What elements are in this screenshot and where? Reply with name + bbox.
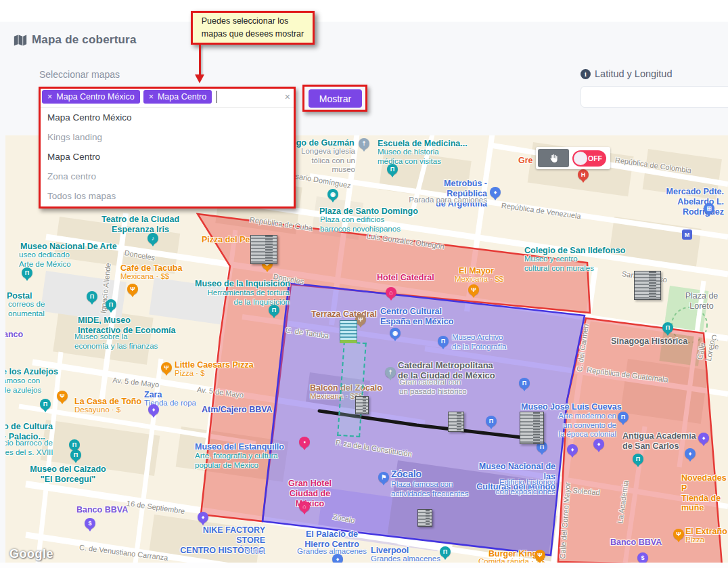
equipment-rack-marker[interactable] <box>448 412 464 432</box>
tooltip-arrowhead-icon <box>195 74 204 83</box>
poi-marker[interactable]: Π <box>387 164 398 175</box>
equipment-rack-marker[interactable] <box>520 412 544 444</box>
poi-marker[interactable]: † <box>359 138 369 149</box>
metro-station-icon[interactable]: M <box>682 230 692 240</box>
poi-marker[interactable]: ♦ <box>593 439 604 450</box>
poi-marker-tail <box>539 451 545 455</box>
poi-marker[interactable]: Ψ <box>673 529 684 540</box>
map-label: Museo José Luis Cuevas <box>521 402 622 412</box>
poi-marker-glyph: ♦ <box>597 441 601 447</box>
map-label: Longeva iglesia tólica con un museo <box>291 147 355 175</box>
poi-marker[interactable]: Π <box>618 412 629 422</box>
poi-marker[interactable]: Π <box>440 546 451 557</box>
map-label: Antigua Academia de San Carlos <box>622 431 696 452</box>
poi-marker[interactable]: Π <box>486 416 497 427</box>
dropdown-options: Mapa Centro MéxicoKings landingMapa Cent… <box>39 108 296 206</box>
poi-marker-glyph: Ψ <box>164 365 168 371</box>
bottom-strip <box>0 563 728 568</box>
poi-marker-glyph: Π <box>489 418 494 424</box>
remove-tag-icon[interactable]: × <box>149 92 154 102</box>
poi-marker[interactable]: Ψ <box>57 391 68 401</box>
poi-marker-glyph: H <box>581 172 586 178</box>
equipment-rack-marker[interactable] <box>417 509 432 527</box>
poi-marker-glyph: ♦ <box>702 435 706 441</box>
poi-marker[interactable]: ♦ <box>148 404 159 415</box>
dropdown-option[interactable]: Mapa Centro <box>39 147 296 167</box>
poi-marker-glyph: Π <box>272 307 277 313</box>
map-label: Plaza famosa con actividades frecuentes <box>391 480 468 498</box>
poi-marker[interactable]: Π <box>438 336 449 347</box>
poi-marker[interactable]: ◉ <box>327 189 338 200</box>
selected-tag[interactable]: ×Mapa Centro México <box>42 90 140 104</box>
map-label: Atm/Cajero BBVA <box>202 405 273 415</box>
poi-marker[interactable]: H <box>578 169 589 180</box>
latlng-input[interactable] <box>581 86 728 108</box>
poi-marker[interactable]: Π <box>269 305 279 315</box>
poi-marker[interactable]: Π <box>106 299 116 310</box>
remove-tag-icon[interactable]: × <box>47 92 52 102</box>
poi-marker-tail <box>388 297 394 301</box>
show-button[interactable]: Mostrar <box>309 89 362 108</box>
poi-marker[interactable]: Ψ <box>161 362 172 373</box>
poi-marker-glyph: † <box>362 141 365 147</box>
poi-marker-glyph: Ψ <box>471 287 476 293</box>
poi-marker[interactable]: ♦ <box>567 444 578 455</box>
dropdown-option[interactable]: Mapa Centro México <box>39 108 296 127</box>
poi-marker[interactable]: ▪ <box>299 437 310 447</box>
poi-marker[interactable]: Π <box>69 439 80 450</box>
map-label: Sinagoga Histórica <box>611 336 687 347</box>
poi-marker[interactable]: Π <box>662 322 673 333</box>
poi-marker[interactable]: † <box>385 367 396 378</box>
poi-marker-tail <box>164 372 169 376</box>
poi-marker[interactable]: Π <box>519 378 530 389</box>
poi-marker[interactable]: Π <box>87 291 97 302</box>
poi-marker[interactable]: ⊞ <box>704 203 714 214</box>
poi-marker[interactable]: ⌂ <box>299 501 310 512</box>
poi-marker-glyph: Π <box>443 549 448 555</box>
map-label: Museo de historia médica con visitas <box>378 148 441 166</box>
poi-marker[interactable]: $ <box>637 552 648 563</box>
poi-marker[interactable]: ♪ <box>147 233 158 244</box>
poi-marker[interactable]: Ψ <box>534 550 545 561</box>
poi-marker[interactable]: Π <box>22 267 32 278</box>
poi-marker-tail <box>390 173 395 177</box>
poi-marker[interactable]: ♦ <box>332 554 343 563</box>
poi-marker-tail <box>440 345 446 349</box>
dropdown-option[interactable]: Kings landing <box>39 127 296 147</box>
poi-marker[interactable]: ♦ <box>698 433 709 443</box>
poi-marker[interactable]: Ψ <box>127 284 138 294</box>
poi-marker-glyph: Π <box>441 338 446 345</box>
map-label: Pizza · $ <box>175 369 205 378</box>
poi-marker-glyph: ▪ <box>303 439 305 445</box>
poi-marker-tail <box>73 459 78 463</box>
map-label: Arte moderno en un convento de la época … <box>535 412 616 439</box>
poi-marker[interactable]: Π <box>633 454 643 464</box>
building-3d-marker[interactable] <box>340 320 357 343</box>
poi-marker-glyph: Ψ <box>537 552 542 559</box>
dropdown-option[interactable]: Zona centro <box>39 167 296 186</box>
poi-marker[interactable]: ♦ <box>685 448 696 459</box>
coverage-toggle[interactable]: OFF <box>572 150 606 167</box>
poi-marker[interactable]: ♦ <box>198 512 208 523</box>
poi-marker[interactable]: Π <box>40 399 51 410</box>
equipment-rack-marker[interactable] <box>250 235 277 264</box>
poi-marker[interactable]: ⚑ <box>378 472 389 483</box>
map-label: Arte, fotografía y cultura popular de Mé… <box>195 452 278 470</box>
poi-marker-tail <box>330 198 336 202</box>
poi-marker[interactable]: ⌂ <box>386 287 396 298</box>
poi-marker[interactable]: $ <box>85 518 95 529</box>
equipment-rack-marker[interactable] <box>355 396 369 414</box>
clear-selection-icon[interactable]: × <box>285 91 290 102</box>
maps-multiselect[interactable]: ×Mapa Centro México×Mapa Centro × Mapa C… <box>39 87 296 209</box>
map-label: Museo del Calzado "El Borceguí" <box>22 464 114 485</box>
poi-marker-glyph: ⌂ <box>302 504 306 510</box>
equipment-rack-marker[interactable] <box>634 271 661 300</box>
poi-marker[interactable]: Ψ <box>468 284 479 295</box>
selected-tag[interactable]: ×Mapa Centro <box>143 90 212 104</box>
multiselect-input-row[interactable]: ×Mapa Centro México×Mapa Centro × <box>39 87 296 108</box>
pan-hand-button[interactable] <box>538 149 569 167</box>
poi-marker-tail <box>596 448 601 452</box>
poi-marker[interactable]: ♦ <box>490 187 501 198</box>
poi-marker[interactable]: ◉ <box>390 328 401 338</box>
dropdown-option[interactable]: Todos los mapas <box>39 186 296 206</box>
